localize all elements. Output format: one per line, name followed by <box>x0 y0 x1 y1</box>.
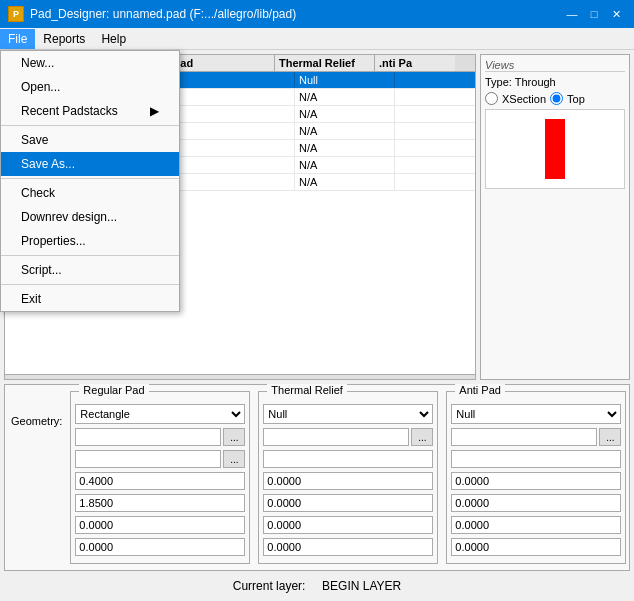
width-row: 0.4000 <box>75 472 245 490</box>
col-header-anti: .nti Pa <box>375 55 455 71</box>
radio-group: XSection Top <box>485 92 625 105</box>
radio-xsection-label: XSection <box>502 93 546 105</box>
thermal-blank-row <box>263 450 433 468</box>
title-bar: P Pad_Designer: unnamed.pad (F:.../alleg… <box>0 0 634 28</box>
title-bar-left: P Pad_Designer: unnamed.pad (F:.../alleg… <box>8 6 296 22</box>
bottom-section: Geometry: Regular Pad Rectangle <box>4 384 630 571</box>
thermal-height-input[interactable]: 0.0000 <box>263 494 433 512</box>
anti-offsety-input[interactable]: 0.0000 <box>451 538 621 556</box>
menu-recent-padstacks[interactable]: Recent Padstacks ▶ <box>1 99 179 123</box>
anti-flash-input[interactable] <box>451 428 597 446</box>
anti-pad-title: Anti Pad <box>455 384 505 396</box>
pad-preview <box>545 119 565 179</box>
divider-1 <box>1 125 179 126</box>
cell-thermal: N/A <box>295 106 395 122</box>
regular-height-input[interactable]: 1.8500 <box>75 494 245 512</box>
menu-help[interactable]: Help <box>93 29 134 49</box>
geometry-outer-label: Geometry: <box>11 391 62 427</box>
thermal-flash-input[interactable] <box>263 428 409 446</box>
menu-check[interactable]: Check <box>1 181 179 205</box>
cell-thermal: N/A <box>295 123 395 139</box>
menu-exit[interactable]: Exit <box>1 287 179 311</box>
views-title: Views <box>485 59 625 72</box>
divider-4 <box>1 284 179 285</box>
menu-script[interactable]: Script... <box>1 258 179 282</box>
anti-width-row: 0.0000 <box>451 472 621 490</box>
col-header-thermal: Thermal Relief <box>275 55 375 71</box>
shape-row: ... <box>75 428 245 446</box>
current-layer-value: BEGIN LAYER <box>322 579 401 593</box>
status-bar: Current layer: BEGIN LAYER <box>4 575 630 597</box>
anti-geometry-select[interactable]: Null <box>451 404 621 424</box>
anti-flash-row: ... <box>451 428 621 446</box>
anti-blank-input[interactable] <box>451 450 621 468</box>
file-dropdown: New... Open... Recent Padstacks ▶ Save S… <box>0 50 180 312</box>
thermal-geometry-row: Null <box>263 404 433 424</box>
divider-2 <box>1 178 179 179</box>
window-controls: — □ ✕ <box>562 5 626 23</box>
submenu-arrow: ▶ <box>150 104 159 118</box>
thermal-height-row: 0.0000 <box>263 494 433 512</box>
cell-thermal: N/A <box>295 140 395 156</box>
anti-offsety-row: 0.0000 <box>451 538 621 556</box>
maximize-button[interactable]: □ <box>584 5 604 23</box>
cell-thermal: N/A <box>295 174 395 190</box>
views-type: Type: Through <box>485 76 625 88</box>
regular-shape-browse[interactable]: ... <box>223 428 245 446</box>
scroll-col <box>455 55 475 71</box>
thermal-offsety-input[interactable]: 0.0000 <box>263 538 433 556</box>
views-panel: Views Type: Through XSection Top <box>480 54 630 380</box>
thermal-geometry-select[interactable]: Null <box>263 404 433 424</box>
window-title: Pad_Designer: unnamed.pad (F:.../allegro… <box>30 7 296 21</box>
regular-flash-browse[interactable]: ... <box>223 450 245 468</box>
thermal-pad-title: Thermal Relief <box>267 384 347 396</box>
current-layer-label: Current layer: <box>233 579 306 593</box>
menu-new[interactable]: New... <box>1 51 179 75</box>
menu-save[interactable]: Save <box>1 128 179 152</box>
radio-top-label: Top <box>567 93 585 105</box>
thermal-offsetx-input[interactable]: 0.0000 <box>263 516 433 534</box>
divider-3 <box>1 255 179 256</box>
regular-shape-input[interactable] <box>75 428 221 446</box>
regular-offsetx-input[interactable]: 0.0000 <box>75 516 245 534</box>
geometry-select-wrapper: Rectangle <box>75 404 245 424</box>
menu-save-as[interactable]: Save As... <box>1 152 179 176</box>
menu-downrev-design[interactable]: Downrev design... <box>1 205 179 229</box>
thermal-flash-wrapper: ... <box>263 428 433 446</box>
scroll-right-button[interactable]: ▶ <box>5 374 475 380</box>
anti-flash-browse[interactable]: ... <box>599 428 621 446</box>
regular-width-input[interactable]: 0.4000 <box>75 472 245 490</box>
type-value: Through <box>515 76 556 88</box>
height-row: 1.8500 <box>75 494 245 512</box>
anti-offsetx-row: 0.0000 <box>451 516 621 534</box>
geometry-label: Geometry: <box>11 415 62 427</box>
regular-offsety-input[interactable]: 0.0000 <box>75 538 245 556</box>
close-button[interactable]: ✕ <box>606 5 626 23</box>
thermal-flash-browse[interactable]: ... <box>411 428 433 446</box>
flash-row: ... <box>75 450 245 468</box>
thermal-width-input[interactable]: 0.0000 <box>263 472 433 490</box>
thermal-blank-input[interactable] <box>263 450 433 468</box>
type-label: Type: <box>485 76 512 88</box>
minimize-button[interactable]: — <box>562 5 582 23</box>
regular-geometry-select[interactable]: Rectangle <box>75 404 245 424</box>
anti-blank-row <box>451 450 621 468</box>
offsetx-row: 0.0000 <box>75 516 245 534</box>
anti-width-input[interactable]: 0.0000 <box>451 472 621 490</box>
anti-offsetx-input[interactable]: 0.0000 <box>451 516 621 534</box>
shape-wrapper: ... <box>75 428 245 446</box>
pad-groups: Regular Pad Rectangle ... <box>70 391 626 564</box>
radio-top[interactable] <box>550 92 563 105</box>
anti-geometry-wrapper: Null <box>451 404 621 424</box>
anti-height-row: 0.0000 <box>451 494 621 512</box>
radio-xsection[interactable] <box>485 92 498 105</box>
menu-open[interactable]: Open... <box>1 75 179 99</box>
anti-flash-wrapper: ... <box>451 428 621 446</box>
menu-reports[interactable]: Reports <box>35 29 93 49</box>
anti-height-input[interactable]: 0.0000 <box>451 494 621 512</box>
regular-flash-input[interactable] <box>75 450 221 468</box>
app-icon: P <box>8 6 24 22</box>
thermal-width-row: 0.0000 <box>263 472 433 490</box>
menu-properties[interactable]: Properties... <box>1 229 179 253</box>
menu-file[interactable]: File <box>0 29 35 49</box>
